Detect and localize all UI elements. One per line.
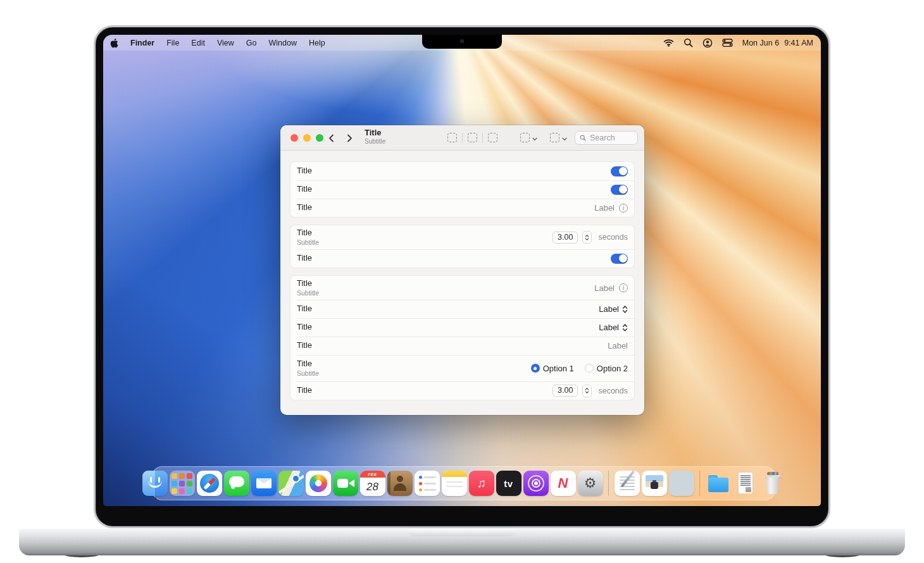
apple-menu[interactable] (109, 38, 118, 48)
settings-group: TitleSubtitle3.00secondsTitle (290, 225, 635, 268)
stepper-buttons[interactable] (582, 385, 592, 397)
window-titlebar[interactable]: Title Subtitle (280, 125, 644, 151)
radio-button[interactable] (585, 364, 594, 373)
toggle-switch[interactable] (611, 185, 628, 195)
radio-option[interactable]: Option 1 (531, 364, 574, 373)
icon-part (397, 476, 403, 482)
menu-item-file[interactable]: File (166, 39, 179, 47)
menu-item-window[interactable]: Window (268, 39, 296, 47)
back-button[interactable] (325, 132, 337, 144)
icon-part (585, 234, 589, 241)
search-input[interactable] (589, 133, 633, 143)
toolbar-placeholder-icon[interactable] (447, 133, 457, 142)
preview-icon[interactable] (642, 471, 667, 496)
popup-label: Label (599, 323, 619, 332)
news-icon[interactable]: N (551, 471, 576, 496)
folder-icon[interactable] (706, 471, 731, 496)
toggle-switch[interactable] (611, 254, 628, 264)
icon-part (766, 478, 780, 494)
search-field[interactable] (575, 131, 638, 145)
finder-icon[interactable] (142, 471, 168, 496)
dock-item-notes[interactable] (441, 467, 467, 500)
safari-icon[interactable] (197, 471, 222, 496)
toolbar-dropdown-icon[interactable] (550, 132, 567, 144)
spotlight-search-icon[interactable] (684, 38, 693, 47)
toggle-switch[interactable] (611, 166, 628, 176)
dock-item-mail[interactable] (251, 467, 277, 500)
textedit-icon[interactable] (615, 471, 640, 496)
stepper-value[interactable]: 3.00 (553, 385, 578, 397)
mail-icon[interactable] (251, 471, 277, 496)
dock-item-contacts[interactable] (387, 467, 413, 500)
icon-part (424, 489, 436, 491)
facetime-icon[interactable] (333, 471, 358, 496)
icon-part: FEB (360, 471, 385, 478)
dock-item-podcasts[interactable] (523, 467, 549, 500)
popup-chevrons-icon[interactable] (622, 323, 628, 332)
trash-icon[interactable] (760, 471, 785, 496)
wifi-icon[interactable] (663, 39, 674, 47)
toolbar-placeholder-icon[interactable] (468, 133, 477, 142)
menu-item-go[interactable]: Go (246, 39, 257, 47)
dock-item-document[interactable] (732, 467, 758, 500)
maps-icon[interactable] (278, 471, 304, 496)
icon-part (708, 478, 728, 492)
menu-bar-time: 9:41 AM (784, 39, 813, 47)
user-account-icon[interactable] (702, 38, 713, 48)
dock-item-finder[interactable] (142, 467, 168, 500)
menu-item-edit[interactable]: Edit (191, 39, 205, 47)
calendar-icon[interactable]: FEB28 (360, 471, 385, 496)
dock-item-textedit[interactable] (614, 467, 640, 500)
menu-item-help[interactable]: Help (309, 39, 325, 47)
zoom-button[interactable] (316, 134, 323, 142)
dock-item-blank[interactable] (668, 467, 694, 500)
music-icon[interactable]: ♫ (469, 471, 494, 496)
launchpad-icon[interactable] (170, 471, 195, 496)
forward-button[interactable] (343, 132, 356, 144)
dock-item-reminders[interactable] (414, 467, 440, 500)
row-control: Label (599, 304, 628, 314)
stepper-buttons[interactable] (582, 231, 592, 244)
toolbar-dropdown-icon[interactable] (520, 132, 537, 144)
contacts-icon[interactable] (387, 471, 413, 496)
stepper-value[interactable]: 3.00 (553, 232, 578, 244)
dock-item-folder[interactable] (705, 467, 731, 500)
reminders-icon[interactable] (415, 471, 440, 496)
toolbar-placeholder-icon[interactable] (488, 133, 497, 142)
menu-bar-clock[interactable]: Mon Jun 6 9:41 AM (742, 39, 813, 47)
control-center-icon[interactable] (722, 39, 733, 47)
close-button[interactable] (290, 134, 298, 142)
settings-icon[interactable]: ⚙ (578, 471, 603, 496)
blank-icon[interactable] (669, 471, 694, 496)
appletv-icon[interactable]: tv (496, 471, 521, 496)
radio-button[interactable] (531, 364, 540, 373)
messages-icon[interactable] (224, 471, 249, 496)
dock-item-calendar[interactable]: FEB28 (359, 467, 385, 500)
popup-chevrons-icon[interactable] (622, 305, 628, 314)
document-icon[interactable] (733, 471, 758, 496)
dock-item-maps[interactable] (278, 467, 304, 500)
dock-item-music[interactable]: ♫ (468, 467, 494, 500)
info-icon[interactable]: i (619, 204, 628, 213)
dock-item-photos[interactable] (305, 467, 331, 500)
dock-item-appletv[interactable]: tv (496, 467, 521, 500)
dock-item-settings[interactable]: ⚙ (577, 467, 603, 500)
menu-item-finder[interactable]: Finder (130, 39, 154, 47)
radio-option[interactable]: Option 2 (585, 364, 628, 373)
minimize-button[interactable] (303, 134, 311, 142)
dock-item-safari[interactable] (196, 467, 222, 500)
dock-item-news[interactable]: N (550, 467, 576, 500)
notes-icon[interactable] (442, 471, 467, 496)
dock-item-messages[interactable] (223, 467, 249, 500)
photos-icon[interactable] (306, 471, 331, 496)
dock-item-launchpad[interactable] (169, 467, 195, 500)
icon-part (586, 392, 589, 393)
icon-part (394, 483, 406, 491)
row-titles: TitleSubtitle (297, 228, 319, 246)
info-icon[interactable]: i (619, 283, 628, 292)
dock-item-preview[interactable] (641, 467, 667, 500)
dock-item-trash[interactable] (759, 467, 785, 500)
podcasts-icon[interactable] (523, 471, 549, 496)
menu-item-view[interactable]: View (217, 39, 234, 47)
dock-item-facetime[interactable] (332, 467, 358, 500)
